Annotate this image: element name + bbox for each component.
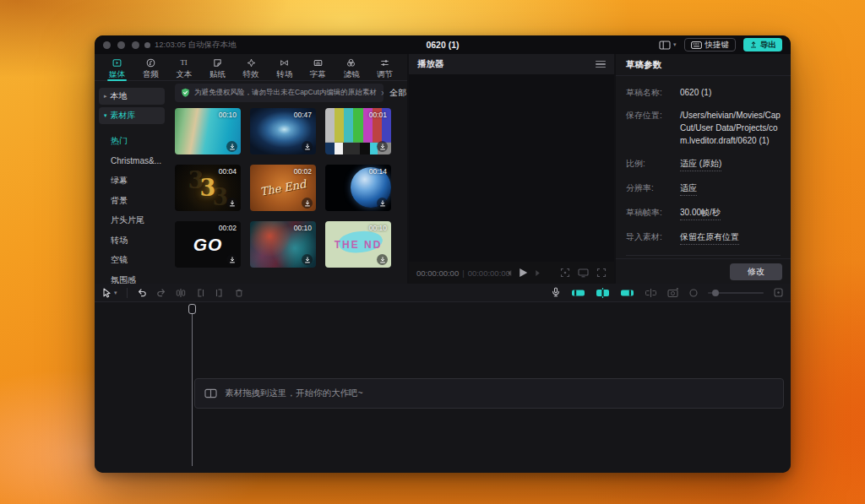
divider: [127, 288, 128, 298]
row-label: 比例:: [626, 157, 680, 171]
prev-frame-icon[interactable]: [505, 269, 512, 277]
tab-label: 贴纸: [209, 69, 226, 80]
record-voiceover-icon[interactable]: [551, 287, 561, 298]
filters-icon: [345, 58, 356, 68]
preview-axis-icon[interactable]: [645, 288, 657, 298]
redo-icon[interactable]: [156, 288, 166, 298]
sidebar-item-hot[interactable]: 热门: [99, 131, 165, 151]
zoom-out-icon[interactable]: [689, 289, 698, 297]
shield-check-icon: [181, 88, 190, 98]
tab-label: 转场: [276, 69, 292, 80]
zoom-window-button[interactable]: [132, 41, 139, 49]
aspect-ratio-value[interactable]: 适应 (原始): [680, 157, 721, 171]
resolution-value[interactable]: 适应: [680, 182, 697, 196]
empty-track-dropzone[interactable]: 素材拖拽到这里，开始你的大作吧~: [194, 378, 784, 409]
text-icon: TI: [178, 58, 189, 68]
thumbnail-galaxy-nebula[interactable]: 00:47: [250, 108, 316, 154]
tab-captions[interactable]: 字幕: [302, 57, 334, 80]
playhead-handle[interactable]: [188, 304, 196, 314]
effects-icon: [246, 58, 257, 68]
sidebar-item-background[interactable]: 背景: [99, 191, 165, 211]
delete-icon[interactable]: [234, 288, 244, 298]
modify-button[interactable]: 修改: [730, 263, 782, 280]
close-icon[interactable]: ×: [381, 88, 384, 98]
thumbnail-earth-space[interactable]: 00:14: [325, 165, 391, 211]
download-icon[interactable]: [226, 141, 237, 152]
draft-name-value: 0620 (1): [680, 86, 781, 99]
duration-badge: 00:10: [219, 111, 237, 119]
tab-stickers[interactable]: 贴纸: [202, 57, 233, 80]
media-grid: 00:10 00:47 00:01 3 00:04: [175, 108, 419, 268]
download-icon[interactable]: [226, 198, 237, 209]
transition-icon: [279, 58, 290, 68]
download-icon[interactable]: [302, 198, 313, 209]
duration-badge: 00:02: [219, 224, 237, 232]
thumbnail-city-night[interactable]: 00:10: [250, 221, 316, 268]
download-icon[interactable]: [377, 254, 388, 265]
preview-quality-icon[interactable]: [560, 268, 570, 278]
slider-handle[interactable]: [712, 290, 719, 296]
thumbnail-the-end-doodle[interactable]: THE ND 00:10: [325, 221, 391, 268]
sidebar-item-transition[interactable]: 转场: [99, 230, 165, 251]
sidebar-group-local[interactable]: ▸ 本地: [99, 88, 165, 105]
sidebar-item-broll[interactable]: 空镜: [99, 250, 165, 270]
row-label: 草稿帧率:: [626, 206, 680, 220]
main-track-magnet-toggle[interactable]: [571, 288, 585, 298]
autosave-status: 12:03:05 自动保存本地: [144, 40, 237, 51]
download-icon[interactable]: [377, 141, 388, 152]
import-material-value[interactable]: 保留在原有位置: [680, 230, 739, 245]
thumbnail-tv-test-pattern[interactable]: 00:01: [325, 108, 391, 154]
play-button[interactable]: [520, 268, 527, 277]
auto-snap-toggle[interactable]: [596, 288, 610, 298]
draft-name-row: 草稿名称: 0620 (1): [626, 86, 781, 99]
zoom-fit-icon[interactable]: [774, 288, 783, 297]
split-clip-icon[interactable]: [176, 288, 186, 298]
sidebar-item-intro-outro[interactable]: 片头片尾: [99, 210, 165, 230]
download-icon[interactable]: [302, 254, 313, 265]
timeline-zoom-slider[interactable]: [708, 292, 764, 294]
trim-left-icon[interactable]: [195, 288, 205, 298]
sidebar-group-library[interactable]: ▾ 素材库: [99, 107, 165, 124]
row-label: 导入素材:: [626, 230, 680, 245]
download-icon[interactable]: [377, 198, 388, 209]
tab-transitions[interactable]: 转场: [269, 57, 300, 80]
player-menu-icon[interactable]: [596, 61, 606, 68]
trim-right-icon[interactable]: [215, 288, 225, 298]
cover-selector-icon[interactable]: [667, 288, 679, 298]
select-tool-button[interactable]: ▾: [102, 288, 117, 298]
framerate-value[interactable]: 30.00帧/秒: [680, 206, 721, 220]
thumbnail-gold-countdown-3[interactable]: 3 00:04: [175, 165, 241, 211]
tab-adjust[interactable]: 调节: [369, 57, 400, 80]
draft-panel-title: 草稿参数: [626, 59, 661, 71]
captions-icon: [313, 58, 324, 68]
chevron-down-icon: ▾: [104, 112, 107, 119]
sidebar-item-greenscreen[interactable]: 绿幕: [99, 171, 165, 191]
shortcut-keys-button[interactable]: 快捷键: [684, 38, 737, 51]
layout-switch-button[interactable]: ▾: [659, 41, 677, 50]
linked-selection-toggle[interactable]: [620, 288, 634, 298]
thumbnail-go-title[interactable]: GO 00:02: [175, 221, 241, 268]
fullscreen-icon[interactable]: [596, 268, 607, 278]
close-window-button[interactable]: [103, 41, 111, 49]
notice-text: 为避免侵权风险，请勿导出未在CapCut内编辑的原始素材: [194, 88, 377, 98]
tab-audio[interactable]: 音频: [135, 57, 166, 80]
duration-badge: 00:02: [294, 167, 312, 176]
timeline-tracks-area[interactable]: 素材拖拽到这里，开始你的大作吧~: [95, 302, 791, 472]
download-icon[interactable]: [302, 141, 313, 152]
tab-effects[interactable]: 特效: [236, 57, 267, 80]
thumbnail-beach-aerial[interactable]: 00:10: [175, 108, 241, 154]
player-title: 播放器: [417, 58, 444, 70]
next-frame-icon[interactable]: [535, 269, 541, 277]
download-icon[interactable]: [226, 254, 237, 265]
tab-media[interactable]: 媒体: [101, 57, 133, 80]
minimize-window-button[interactable]: [117, 41, 125, 49]
export-button[interactable]: 导出: [743, 38, 782, 51]
undo-icon[interactable]: [137, 288, 147, 298]
aspect-ratio-icon[interactable]: [578, 268, 589, 278]
tab-text[interactable]: TI 文本: [168, 57, 199, 80]
draft-params-panel: 草稿参数 草稿名称: 0620 (1) 保存位置: /Users/heivian…: [616, 54, 791, 284]
divider: [626, 255, 781, 256]
sidebar-item-christmas[interactable]: Christmas&...: [99, 151, 165, 171]
tab-filters[interactable]: 滤镜: [335, 57, 367, 80]
thumbnail-the-end-retro[interactable]: The End 00:02: [250, 165, 316, 211]
